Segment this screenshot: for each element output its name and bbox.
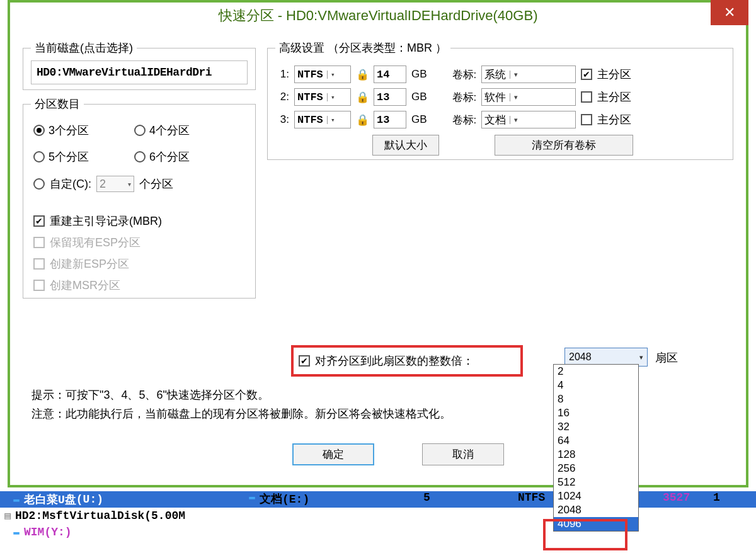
chevron-down-icon: ▾ (327, 71, 338, 79)
radio-5-partitions[interactable]: 5个分区 (33, 149, 134, 164)
radio-icon (134, 151, 146, 162)
radio-3-partitions[interactable]: 3个分区 (33, 123, 134, 138)
radio-label: 6个分区 (149, 149, 190, 164)
volume-label-combo[interactable]: 系统▾ (481, 65, 576, 83)
radio-4-partitions[interactable]: 4个分区 (134, 123, 235, 138)
volume-label-combo[interactable]: 文档▾ (481, 111, 576, 128)
checkbox-icon (581, 114, 592, 125)
tree-label: HD2:MsftVirtualDisk(5.00M (15, 510, 185, 522)
dropdown-option[interactable]: 32 (554, 420, 638, 434)
close-button[interactable]: ✕ (711, 0, 748, 25)
checkbox-icon (581, 91, 592, 103)
row-index: 2: (275, 91, 289, 103)
size-field[interactable]: 13 (374, 111, 406, 128)
checkbox-label: 创建MSR分区 (50, 278, 120, 293)
checkbox-icon: ✔ (581, 69, 592, 80)
tree-drive: (U:) (76, 493, 103, 506)
disk-selector[interactable]: HD0:VMwareVirtualIDEHardDri (31, 60, 248, 84)
tree-item-wim[interactable]: ▬ WIM (Y:) (0, 524, 756, 540)
radio-icon (134, 125, 146, 136)
checkbox-align-sectors[interactable]: ✔ 对齐分区到此扇区数的整数倍： (299, 353, 474, 368)
checkbox-rebuild-mbr[interactable]: ✔ 重建主引导记录(MBR) (33, 214, 245, 229)
cell-col1: 5 (423, 491, 518, 506)
custom-count-spinner[interactable]: 2 ▾ (96, 176, 134, 192)
radio-icon (33, 178, 45, 190)
advanced-settings-group: 高级设置 （分区表类型：MBR ） 1: NTFS▾ 🔒 14 GB 卷标: 系… (267, 40, 733, 160)
cell-size: 3527 (663, 491, 713, 506)
chevron-down-icon: ▾ (639, 353, 643, 362)
tree-label: WIM (24, 526, 44, 538)
filesystem-combo[interactable]: NTFS▾ (294, 88, 351, 106)
clear-labels-button[interactable]: 清空所有卷标 (495, 135, 633, 156)
hint-line: 提示：可按下"3、4、5、6"快速选择分区个数。 (32, 385, 451, 404)
hints: 提示：可按下"3、4、5、6"快速选择分区个数。 注意：此功能执行后，当前磁盘上… (32, 385, 451, 423)
radio-label: 3个分区 (49, 123, 89, 138)
spinner-value: 2 (100, 178, 106, 191)
background-table-row: ▬ 文档(E:) 5 NTFS 3527 1 (244, 491, 738, 506)
checkbox-primary[interactable]: 主分区 (581, 112, 631, 127)
dropdown-option[interactable]: 2 (554, 365, 638, 379)
chevron-down-icon: ▾ (510, 116, 521, 124)
dropdown-option[interactable]: 16 (554, 406, 638, 420)
dropdown-option[interactable]: 64 (554, 434, 638, 448)
dialog-content: 当前磁盘(点击选择) HD0:VMwareVirtualIDEHardDri 分… (10, 29, 746, 382)
ok-button[interactable]: 确定 (292, 443, 374, 465)
checkbox-label: 对齐分区到此扇区数的整数倍： (315, 353, 474, 368)
radio-label: 自定(C): (50, 176, 91, 191)
size-field[interactable]: 14 (374, 65, 406, 83)
checkbox-label: 保留现有ESP分区 (50, 235, 140, 250)
default-size-button[interactable]: 默认大小 (372, 135, 439, 156)
radio-label: 5个分区 (49, 149, 89, 164)
tree-drive: (Y:) (44, 526, 71, 538)
current-disk-group: 当前磁盘(点击选择) HD0:VMwareVirtualIDEHardDri (23, 40, 256, 90)
partition-row: 1: NTFS▾ 🔒 14 GB 卷标: 系统▾ ✔ 主分区 (275, 65, 725, 83)
checkbox-label: 主分区 (597, 89, 631, 105)
dropdown-option[interactable]: 4096 (554, 517, 638, 531)
partition-count-group: 分区数目 3个分区 4个分区 5个分区 (23, 96, 256, 299)
dropdown-option[interactable]: 2048 (554, 503, 638, 517)
filesystem-combo[interactable]: NTFS▾ (294, 111, 351, 128)
dropdown-option[interactable]: 1024 (554, 489, 638, 503)
checkbox-label: 主分区 (597, 112, 631, 127)
left-column: 当前磁盘(点击选择) HD0:VMwareVirtualIDEHardDri 分… (23, 40, 256, 375)
lock-icon[interactable]: 🔒 (356, 113, 369, 127)
partition-row: 2: NTFS▾ 🔒 13 GB 卷标: 软件▾ 主分区 (275, 88, 725, 106)
radio-6-partitions[interactable]: 6个分区 (134, 149, 235, 164)
radio-label: 4个分区 (149, 123, 190, 138)
checkbox-icon (33, 237, 45, 248)
checkbox-new-esp: 创建新ESP分区 (33, 256, 245, 271)
unit-label: GB (411, 68, 427, 81)
radio-icon (33, 151, 45, 162)
size-field[interactable]: 13 (374, 88, 406, 106)
filesystem-combo[interactable]: NTFS▾ (294, 65, 351, 83)
lock-icon[interactable]: 🔒 (356, 91, 369, 104)
cancel-button[interactable]: 取消 (422, 443, 504, 465)
checkbox-primary[interactable]: ✔ 主分区 (581, 67, 631, 82)
partition-count-legend: 分区数目 (31, 96, 84, 111)
advanced-legend: 高级设置 （分区表类型：MBR ） (275, 40, 450, 55)
tree-item-hd2[interactable]: ▤ HD2:MsftVirtualDisk(5.00M (0, 508, 756, 524)
lock-icon[interactable]: 🔒 (356, 68, 369, 81)
partition-row: 3: NTFS▾ 🔒 13 GB 卷标: 文档▾ 主分区 (275, 111, 725, 128)
volume-prefix: 卷标: (452, 67, 477, 82)
dropdown-option[interactable]: 256 (554, 462, 638, 475)
sector-dropdown-list[interactable]: 248163264128256512102420484096 (553, 364, 639, 532)
window-title: 快速分区 - HD0:VMwareVirtualIDEHardDrive(40G… (219, 6, 538, 25)
checkbox-icon: ✔ (33, 215, 45, 227)
dropdown-option[interactable]: 128 (554, 448, 638, 462)
checkbox-icon (33, 280, 45, 291)
radio-custom[interactable]: 自定(C): 2 ▾ 个分区 (33, 176, 235, 192)
dropdown-option[interactable]: 8 (554, 392, 638, 406)
dropdown-option[interactable]: 4 (554, 379, 638, 392)
dropdown-option[interactable]: 512 (554, 475, 638, 489)
current-disk-legend: 当前磁盘(点击选择) (31, 40, 137, 55)
checkbox-label: 重建主引导记录(MBR) (50, 214, 162, 229)
volume-label-combo[interactable]: 软件▾ (481, 88, 576, 106)
checkbox-icon: ✔ (299, 355, 310, 367)
chevron-down-icon: ▾ (510, 71, 521, 79)
right-column: 高级设置 （分区表类型：MBR ） 1: NTFS▾ 🔒 14 GB 卷标: 系… (267, 40, 733, 375)
checkbox-icon (33, 258, 45, 270)
checkbox-keep-esp: 保留现有ESP分区 (33, 235, 245, 250)
checkbox-primary[interactable]: 主分区 (581, 89, 631, 105)
tree-label: 老白菜U盘 (24, 492, 76, 507)
